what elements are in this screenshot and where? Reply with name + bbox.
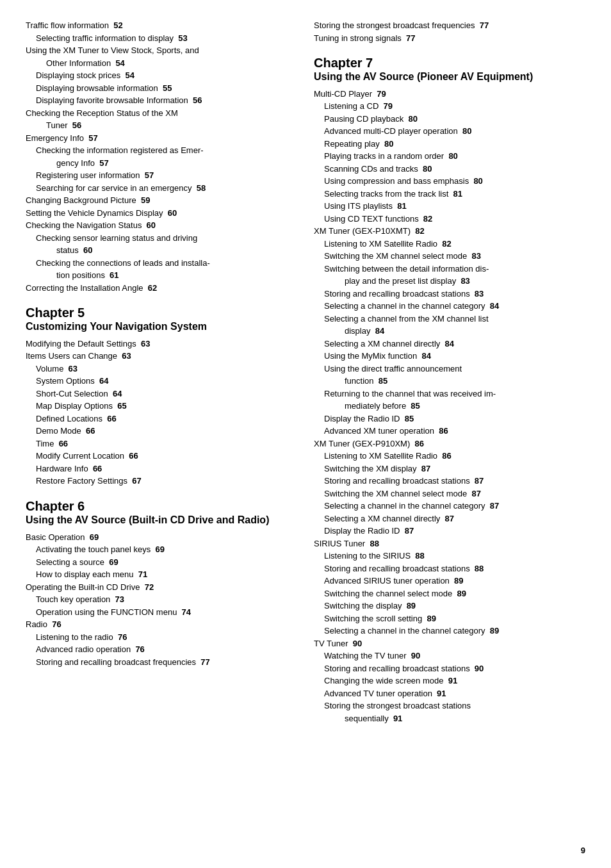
toc-entry: Touch key operation 73	[26, 593, 295, 606]
toc-entry: Display the Radio ID 85	[314, 413, 585, 425]
page-ref: 66	[93, 464, 102, 473]
toc-entry: Registering user information 57	[26, 169, 295, 182]
toc-entry: Listening to the radio 76	[26, 631, 295, 644]
toc-entry: Using the direct traffic announcement	[314, 363, 585, 375]
chapter-title: Using the AV Source (Pioneer AV Equipmen…	[314, 70, 585, 84]
toc-entry: SIRIUS Tuner 88	[314, 537, 585, 550]
chapter-title: Using the AV Source (Built-in CD Drive a…	[26, 514, 295, 527]
page-ref: 89	[457, 589, 466, 598]
toc-entry: Storing the strongest broadcast stations	[314, 700, 585, 712]
page-ref: 53	[178, 33, 187, 43]
toc-entry: tion positions 61	[26, 269, 295, 282]
page-ref: 76	[52, 619, 61, 629]
page-ref: 82	[415, 226, 424, 236]
page-ref: 88	[475, 564, 484, 573]
page-ref: 59	[141, 195, 150, 205]
toc-entry: Selecting tracks from the track list 81	[314, 188, 585, 201]
page-ref: 89	[454, 576, 463, 585]
page-ref: 73	[115, 594, 124, 604]
page-ref: 69	[109, 557, 118, 567]
toc-entry: Selecting a XM channel directly 84	[314, 338, 585, 350]
toc-entry: Selecting a source 69	[26, 556, 295, 569]
toc-entry: Defined Locations 66	[26, 413, 295, 425]
toc-entry: Listening to the SIRIUS 88	[314, 550, 585, 562]
toc-entry: Items Users can Change 63	[26, 350, 295, 363]
page-ref: 64	[113, 389, 122, 398]
page-ref: 90	[353, 639, 362, 648]
toc-entry: Storing the strongest broadcast frequenc…	[314, 19, 585, 32]
toc-entry: Multi-CD Player 79	[314, 88, 585, 101]
page-ref: 91	[437, 689, 446, 698]
page-ref: 89	[427, 614, 436, 623]
page-ref: 83	[472, 251, 481, 261]
toc-entry: System Options 64	[26, 375, 295, 388]
toc-entry: Operating the Built-in CD Drive 72	[26, 581, 295, 594]
toc-entry: Storing and recalling broadcast stations…	[314, 475, 585, 487]
page-ref: 89	[407, 601, 416, 610]
toc-entry: Time 66	[26, 438, 295, 450]
page-ref: 61	[110, 270, 118, 280]
page-ref: 88	[370, 539, 379, 548]
page-ref: 87	[421, 464, 430, 473]
toc-entry: Emergency Info 57	[26, 132, 295, 145]
toc-entry: Storing and recalling broadcast stations…	[314, 662, 585, 675]
toc-entry: Checking the Navigation Status 60	[26, 219, 295, 232]
toc-entry: Traffic flow information 52	[26, 19, 295, 32]
page-ref: 66	[59, 439, 68, 448]
toc-entry: Switching the XM channel select mode 87	[314, 487, 585, 500]
page-ref: 76	[135, 644, 144, 654]
toc-entry: Modify Current Location 66	[26, 450, 295, 463]
toc-entry: Tuner 56	[26, 119, 295, 132]
page-ref: 83	[475, 289, 484, 299]
toc-entry: XM Tuner (GEX-P10XMT) 82	[314, 225, 585, 238]
toc-entry: Changing Background Picture 59	[26, 194, 295, 207]
page-ref: 81	[397, 201, 406, 211]
toc-entry: Selecting a XM channel directly 87	[314, 512, 585, 525]
toc-entry: Using CD TEXT functions 82	[314, 213, 585, 225]
toc-entry: Using ITS playlists 81	[314, 200, 585, 213]
page-ref: 69	[90, 532, 99, 542]
toc-entry: XM Tuner (GEX-P910XM) 86	[314, 438, 585, 450]
page-number: 9	[581, 846, 585, 855]
toc-entry: Operation using the FUNCTION menu 74	[26, 606, 295, 619]
chapter-heading-ch7: Chapter 7Using the AV Source (Pioneer AV…	[314, 56, 585, 84]
page-ref: 60	[83, 245, 92, 255]
toc-entry: Advanced TV tuner operation 91	[314, 687, 585, 700]
toc-entry: Repeating play 80	[314, 138, 585, 151]
page-ref: 90	[475, 664, 484, 673]
page-ref: 65	[117, 401, 126, 411]
toc-entry: Changing the wide screen mode 91	[314, 675, 585, 687]
toc-entry: How to display each menu 71	[26, 568, 295, 581]
page-ref: 85	[405, 414, 414, 423]
toc-entry: Switching the channel select mode 89	[314, 587, 585, 600]
toc-entry: Checking the connections of leads and in…	[26, 257, 295, 270]
toc-entry: Checking the Reception Status of the XM	[26, 107, 295, 120]
toc-entry: Restore Factory Settings 67	[26, 475, 295, 487]
toc-entry: status 60	[26, 244, 295, 257]
toc-entry: Correcting the Installation Angle 62	[26, 282, 295, 295]
toc-entry: Other Information 54	[26, 57, 295, 70]
toc-entry: gency Info 57	[26, 157, 295, 170]
toc-entry: Hardware Info 66	[26, 463, 295, 475]
page-ref: 63	[141, 339, 150, 348]
page-ref: 84	[490, 301, 499, 311]
page-ref: 77	[200, 657, 209, 667]
page-ref: 66	[86, 426, 95, 436]
page-ref: 80	[409, 114, 418, 124]
page-ref: 58	[197, 183, 206, 193]
page-ref: 81	[453, 189, 462, 199]
page-ref: 87	[472, 489, 481, 498]
toc-entry: play and the preset list display 83	[314, 275, 585, 288]
page-ref: 84	[421, 351, 430, 361]
page-ref: 63	[69, 364, 77, 373]
page-ref: 80	[423, 164, 432, 174]
right-entries: Storing the strongest broadcast frequenc…	[314, 19, 585, 725]
page-ref: 71	[138, 569, 147, 579]
right-column: Storing the strongest broadcast frequenc…	[314, 19, 585, 725]
toc-entry: sequentially 91	[314, 712, 585, 725]
toc-entry: Listening to XM Satellite Radio 82	[314, 238, 585, 250]
chapter-heading-ch6: Chapter 6Using the AV Source (Built-in C…	[26, 499, 295, 527]
page-ref: 56	[193, 95, 202, 105]
toc-entry: Scanning CDs and tracks 80	[314, 163, 585, 176]
page-ref: 87	[475, 476, 484, 486]
